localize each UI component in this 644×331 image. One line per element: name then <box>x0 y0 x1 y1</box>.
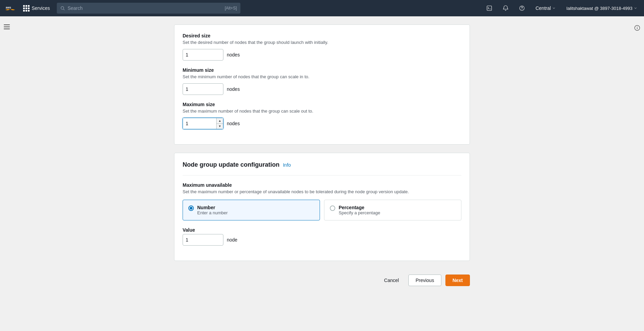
percentage-radio-sublabel: Specify a percentage <box>339 210 380 215</box>
bell-icon <box>503 5 509 11</box>
sizing-card: Desired size Set the desired number of n… <box>174 24 470 145</box>
minimum-size-desc: Set the minimum number of nodes that the… <box>183 74 461 79</box>
services-label: Services <box>32 5 50 11</box>
nav-right: Central lalitshaktawat @ 3897-3018-4993 <box>484 3 640 14</box>
help-icon <box>519 5 525 11</box>
config-info-link[interactable]: Info <box>283 162 291 168</box>
number-radio-circle <box>188 205 194 211</box>
minimum-size-unit: nodes <box>227 86 240 92</box>
percentage-radio-text: Percentage Specify a percentage <box>339 205 380 215</box>
minimum-size-group: Minimum size Set the minimum number of n… <box>183 67 461 95</box>
minimum-size-input[interactable] <box>183 83 223 95</box>
max-unavailable-title: Maximum unavailable <box>183 182 461 188</box>
info-panel-button[interactable] <box>630 22 644 34</box>
terminal-icon-btn[interactable] <box>484 3 495 14</box>
aws-logo[interactable]: aws <box>4 4 16 12</box>
previous-button[interactable]: Previous <box>408 275 441 286</box>
maximum-size-spinner[interactable]: ▲ ▼ <box>183 118 223 129</box>
info-circle-icon <box>634 24 641 31</box>
desired-size-unit: nodes <box>227 52 240 57</box>
percentage-radio-option[interactable]: Percentage Specify a percentage <box>324 200 461 220</box>
search-bar[interactable]: [Alt+S] <box>57 3 240 14</box>
search-icon <box>60 6 65 11</box>
value-field-row: node <box>183 234 461 246</box>
maximum-size-desc: Set the maximum number of nodes that the… <box>183 109 461 114</box>
svg-text:aws: aws <box>6 6 11 9</box>
maximum-size-unit: nodes <box>227 121 240 126</box>
desired-size-input[interactable] <box>183 49 223 61</box>
config-card-title: Node group update configuration Info <box>183 161 461 168</box>
terminal-icon <box>486 5 492 11</box>
value-unit: node <box>227 237 237 243</box>
minimum-size-title: Minimum size <box>183 67 461 73</box>
minimum-size-row: nodes <box>183 83 461 95</box>
spinner-up-button[interactable]: ▲ <box>217 118 223 124</box>
search-shortcut: [Alt+S] <box>225 6 237 11</box>
number-radio-text: Number Enter a number <box>197 205 228 215</box>
number-radio-sublabel: Enter a number <box>197 210 228 215</box>
bell-icon-btn[interactable] <box>500 3 511 14</box>
chevron-down-icon <box>552 6 556 10</box>
max-unavailable-desc: Set the maximum number or percentage of … <box>183 189 461 194</box>
services-menu[interactable]: Services <box>20 4 53 13</box>
node-group-update-card: Node group update configuration Info Max… <box>174 153 470 261</box>
desired-size-group: Desired size Set the desired number of n… <box>183 33 461 61</box>
maximum-size-group: Maximum size Set the maximum number of n… <box>183 102 461 129</box>
user-menu[interactable]: lalitshaktawat @ 3897-3018-4993 <box>564 4 640 12</box>
svg-point-4 <box>522 9 522 10</box>
maximum-size-title: Maximum size <box>183 102 461 107</box>
card-divider <box>183 175 461 176</box>
value-field-group: Value node <box>183 227 461 246</box>
footer-actions: Cancel Previous Next <box>174 269 470 297</box>
region-label: Central <box>536 5 551 11</box>
region-selector[interactable]: Central <box>533 4 558 12</box>
top-navigation: aws Services [Alt+S] <box>0 0 644 16</box>
user-chevron-icon <box>634 6 637 10</box>
user-label: lalitshaktawat @ 3897-3018-4993 <box>566 6 632 11</box>
hamburger-icon <box>4 24 10 29</box>
value-label: Value <box>183 227 461 233</box>
desired-size-desc: Set the desired number of nodes that the… <box>183 40 461 45</box>
help-icon-btn[interactable] <box>516 3 527 14</box>
svg-point-6 <box>637 27 638 27</box>
number-radio-inner <box>190 207 192 210</box>
next-button[interactable]: Next <box>445 275 470 286</box>
svg-rect-2 <box>487 6 492 11</box>
spinner-buttons: ▲ ▼ <box>216 118 223 129</box>
percentage-radio-circle <box>330 205 335 211</box>
cancel-button[interactable]: Cancel <box>379 275 405 286</box>
desired-size-title: Desired size <box>183 33 461 38</box>
value-input[interactable] <box>183 234 223 246</box>
sidebar-toggle[interactable] <box>0 22 14 32</box>
config-title-text: Node group update configuration <box>183 161 279 168</box>
number-radio-option[interactable]: Number Enter a number <box>183 200 320 220</box>
grid-icon <box>23 5 30 12</box>
maximum-size-row: ▲ ▼ nodes <box>183 118 461 129</box>
spinner-down-button[interactable]: ▼ <box>217 124 223 129</box>
radio-options-group: Number Enter a number Percentage Specify… <box>183 200 461 220</box>
number-radio-label: Number <box>197 205 228 210</box>
main-content: Desired size Set the desired number of n… <box>0 16 644 331</box>
search-input[interactable] <box>68 5 222 11</box>
percentage-radio-label: Percentage <box>339 205 380 210</box>
desired-size-row: nodes <box>183 49 461 61</box>
